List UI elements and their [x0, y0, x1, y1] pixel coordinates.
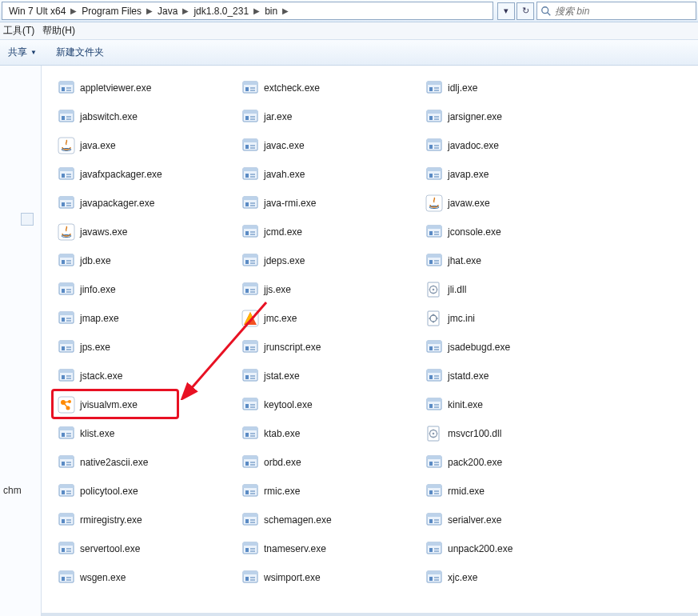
- file-label: jsadebugd.exe: [448, 342, 510, 353]
- file-item[interactable]: jstat.exe: [238, 362, 422, 390]
- file-item[interactable]: klist.exe: [54, 419, 238, 448]
- file-item[interactable]: ktab.exe: [238, 419, 422, 448]
- file-label: rmiregistry.exe: [80, 514, 142, 526]
- share-button[interactable]: 共享 ▼: [8, 46, 37, 59]
- file-item[interactable]: serialver.exe: [422, 506, 606, 534]
- file-item[interactable]: javadoc.exe: [422, 131, 606, 160]
- file-item[interactable]: jmap.exe: [54, 304, 238, 333]
- svg-rect-85: [62, 260, 65, 264]
- breadcrumb[interactable]: Win 7 Ult x64▶Program Files▶Java▶jdk1.8.…: [2, 2, 493, 20]
- file-item[interactable]: kinit.exe: [422, 390, 606, 419]
- file-item[interactable]: jabswitch.exe: [54, 102, 238, 131]
- new-folder-button[interactable]: 新建文件夹: [56, 46, 104, 59]
- file-item[interactable]: jli.dll: [422, 275, 606, 304]
- svg-rect-179: [59, 456, 74, 459]
- file-item[interactable]: orbd.exe: [238, 448, 422, 477]
- svg-rect-186: [250, 462, 255, 463]
- file-item[interactable]: java.exe: [54, 131, 238, 160]
- file-item[interactable]: jarsigner.exe: [422, 102, 606, 131]
- file-item[interactable]: jinfo.exe: [54, 275, 238, 304]
- file-item[interactable]: javah.exe: [238, 160, 422, 189]
- svg-rect-133: [434, 349, 439, 350]
- file-item[interactable]: keytool.exe: [238, 390, 422, 419]
- file-label: wsimport.exe: [264, 572, 321, 583]
- file-item[interactable]: schemagen.exe: [238, 506, 422, 534]
- file-item[interactable]: jstatd.exe: [422, 362, 606, 390]
- file-label: jdb.exe: [80, 255, 111, 266]
- nav-sidebar[interactable]: chm: [0, 66, 42, 616]
- exe-icon: [425, 79, 443, 97]
- file-item[interactable]: msvcr100.dll: [422, 419, 606, 448]
- file-item[interactable]: javac.exe: [238, 131, 422, 160]
- breadcrumb-segment[interactable]: bin: [261, 2, 281, 19]
- file-item[interactable]: idlj.exe: [422, 74, 606, 102]
- file-item[interactable]: jrunscript.exe: [238, 333, 422, 362]
- file-item[interactable]: jsadebugd.exe: [422, 333, 606, 362]
- file-item[interactable]: tnameserv.exe: [238, 534, 422, 563]
- svg-rect-120: [59, 341, 74, 344]
- file-item[interactable]: extcheck.exe: [238, 74, 422, 102]
- file-item[interactable]: jstack.exe: [54, 362, 238, 390]
- file-item[interactable]: wsimport.exe: [238, 563, 422, 592]
- file-label: unpack200.exe: [448, 543, 513, 554]
- file-item[interactable]: unpack200.exe: [422, 534, 606, 563]
- svg-rect-107: [250, 291, 255, 293]
- file-item[interactable]: servertool.exe: [54, 534, 238, 563]
- svg-rect-226: [66, 548, 71, 550]
- tree-node-label[interactable]: chm: [3, 485, 22, 496]
- svg-rect-25: [250, 116, 255, 118]
- file-item[interactable]: jmc.exe: [238, 304, 422, 333]
- file-item[interactable]: jhat.exe: [422, 246, 606, 275]
- exe-icon: [241, 396, 259, 414]
- file-item[interactable]: javapackager.exe: [54, 189, 238, 218]
- file-grid: appletviewer.exeextcheck.exeidlj.exejabs…: [54, 74, 690, 592]
- file-item[interactable]: xjc.exe: [422, 563, 606, 592]
- file-item[interactable]: javaws.exe: [54, 218, 238, 246]
- file-item[interactable]: javafxpackager.exe: [54, 160, 238, 189]
- file-item[interactable]: jps.exe: [54, 333, 238, 362]
- refresh-button[interactable]: ↻: [517, 2, 534, 20]
- file-item[interactable]: jmc.ini: [422, 304, 606, 333]
- svg-rect-62: [66, 202, 71, 204]
- breadcrumb-segment[interactable]: Java: [154, 2, 181, 19]
- history-dropdown-button[interactable]: ▾: [497, 2, 515, 20]
- search-box[interactable]: [536, 2, 696, 20]
- menu-help[interactable]: 帮助(H): [42, 24, 75, 38]
- svg-rect-84: [59, 254, 74, 258]
- file-item[interactable]: native2ascii.exe: [54, 448, 238, 477]
- file-label: jcmd.exe: [264, 226, 302, 238]
- file-item[interactable]: jdb.exe: [54, 246, 238, 275]
- file-item[interactable]: javaw.exe: [422, 189, 606, 218]
- breadcrumb-segment[interactable]: jdk1.8.0_231: [190, 2, 252, 19]
- file-item[interactable]: pack200.exe: [422, 448, 606, 477]
- file-item[interactable]: jconsole.exe: [422, 218, 606, 246]
- file-item[interactable]: rmic.exe: [238, 477, 422, 506]
- svg-rect-89: [243, 254, 257, 258]
- svg-rect-121: [62, 346, 65, 350]
- file-item[interactable]: rmiregistry.exe: [54, 506, 238, 534]
- breadcrumb-segment[interactable]: Program Files: [78, 2, 145, 19]
- file-item[interactable]: policytool.exe: [54, 477, 238, 506]
- svg-rect-190: [429, 462, 433, 466]
- file-label: jstack.exe: [80, 370, 122, 382]
- file-label: serialver.exe: [448, 514, 501, 526]
- svg-rect-10: [250, 87, 255, 89]
- file-item[interactable]: appletviewer.exe: [54, 74, 238, 102]
- file-pane[interactable]: appletviewer.exeextcheck.exeidlj.exejabs…: [42, 66, 698, 616]
- file-item[interactable]: jdeps.exe: [238, 246, 422, 275]
- search-input[interactable]: [555, 6, 692, 17]
- file-item[interactable]: jar.exe: [238, 102, 422, 131]
- svg-rect-184: [243, 456, 257, 459]
- file-item[interactable]: jcmd.exe: [238, 218, 422, 246]
- svg-rect-172: [245, 433, 249, 437]
- file-item[interactable]: jvisualvm.exe: [54, 390, 238, 419]
- file-item[interactable]: java-rmi.exe: [238, 189, 422, 218]
- file-item[interactable]: wsgen.exe: [54, 563, 238, 592]
- file-item[interactable]: jjs.exe: [238, 275, 422, 304]
- share-label: 共享: [8, 46, 27, 59]
- file-item[interactable]: rmid.exe: [422, 477, 606, 506]
- breadcrumb-segment[interactable]: Win 7 Ult x64: [6, 2, 69, 19]
- menu-tools[interactable]: 工具(T): [3, 24, 34, 38]
- file-item[interactable]: javap.exe: [422, 160, 606, 189]
- file-label: jstatd.exe: [448, 370, 489, 382]
